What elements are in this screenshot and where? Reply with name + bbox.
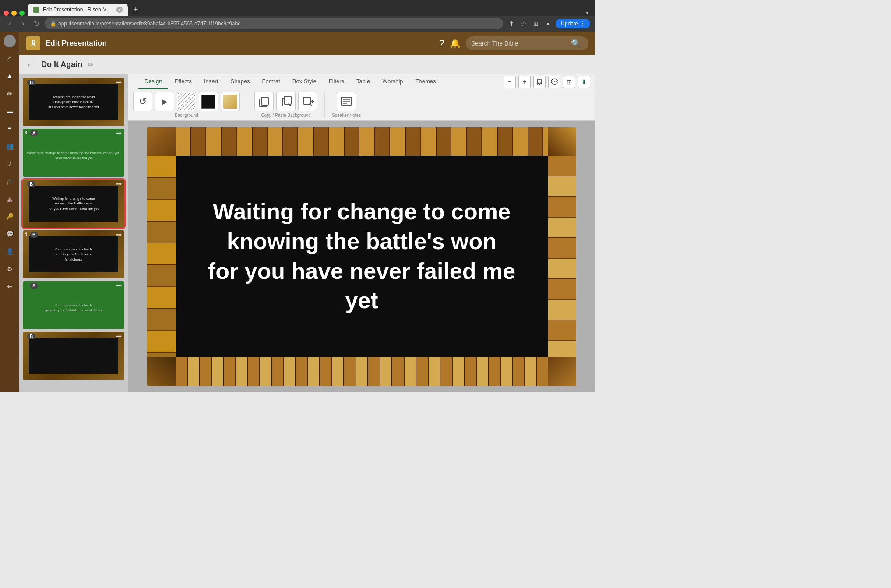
toolbar-right-icons: − + 🖼 💬 ⊞ ⬇	[504, 76, 590, 88]
url-text: app.risenmedia.io/presentations/edit/89a…	[58, 21, 240, 27]
traffic-light-yellow[interactable]	[11, 11, 17, 16]
sidebar-home[interactable]: ⌂	[2, 51, 18, 67]
notification-icon[interactable]: 🔔	[450, 38, 461, 49]
slide-thumbnail-3b[interactable]: B ••• Waiting for change to comeknowing …	[23, 180, 124, 228]
play-icon[interactable]: ▶	[155, 92, 174, 111]
slide-thumbnail-2[interactable]: B ••• Walking around these wallsI though…	[23, 78, 124, 126]
tab-boxstyle[interactable]: Box Style	[286, 74, 323, 89]
back-button[interactable]: ‹	[5, 19, 15, 28]
browser-chrome: Edit Presentation - Risen Medi... ✕ + ▾ …	[0, 0, 595, 32]
slide-4a-badge: A	[30, 283, 38, 289]
background-section: ↺ ▶	[133, 92, 247, 118]
tab-title: Edit Presentation - Risen Medi...	[43, 7, 113, 13]
share-icon[interactable]: ⬆	[507, 19, 516, 28]
refresh-button[interactable]: ↻	[32, 19, 41, 28]
sidebar-key[interactable]: 🔑	[2, 208, 18, 224]
slide-thumbnail-4[interactable]: 4 B ••• Your promise still standsgreat i…	[23, 230, 124, 278]
corner-topright	[548, 127, 576, 156]
tab-effects[interactable]: Effects	[168, 74, 198, 89]
bookmark-icon[interactable]: ☆	[519, 19, 528, 28]
back-arrow[interactable]: ←	[26, 59, 36, 70]
edit-title-icon[interactable]: ✏	[88, 60, 93, 69]
slide-thumbnail-3a[interactable]: 3 A ••• Waiting for change to come knowi…	[23, 129, 124, 177]
tab-filters[interactable]: Filters	[323, 74, 350, 89]
slide-4a-text: Your promise still standsgreat is your f…	[45, 303, 102, 313]
slide-4-badge: B	[30, 232, 38, 238]
svg-rect-21	[176, 127, 548, 156]
corner-bottomleft	[147, 357, 176, 386]
comment-icon[interactable]: 💬	[548, 76, 560, 88]
tab-close-button[interactable]: ✕	[116, 7, 123, 13]
tab-table[interactable]: Table	[350, 74, 376, 89]
plus-icon[interactable]: +	[518, 76, 531, 88]
tab-insert[interactable]: Insert	[198, 74, 225, 89]
sidebar-edit[interactable]: ✏	[2, 86, 18, 102]
sidebar-share[interactable]: ⤴	[2, 156, 18, 172]
svg-rect-3	[261, 97, 268, 105]
slide-thumbnail-4b[interactable]: B •••	[23, 332, 124, 380]
sidebar-layers[interactable]: ≡	[2, 121, 18, 137]
slide-main-text: Waiting for change to comeknowing the ba…	[182, 188, 541, 324]
slide-canvas: Waiting for change to comeknowing the ba…	[128, 121, 595, 392]
image-icon[interactable]: 🖼	[533, 76, 546, 88]
slide-2-black-area: Walking around these wallsI thought by n…	[29, 84, 118, 120]
tab-bar: Edit Presentation - Risen Medi... ✕ + ▾	[0, 0, 595, 16]
bible-search-container: 🔍	[466, 36, 588, 50]
slide-4b-menu[interactable]: •••	[116, 334, 122, 340]
sidebar-exit[interactable]: ⬅	[2, 278, 18, 294]
rotate-icon[interactable]: ↺	[133, 92, 152, 111]
sidebar-church[interactable]: ⛪	[2, 191, 18, 207]
slide-4-text: Your promise still standsgreat is your f…	[55, 247, 93, 262]
sidebar-users[interactable]: 👥	[2, 138, 18, 154]
bible-search-input[interactable]	[471, 40, 567, 47]
paste-bg-icon[interactable]	[276, 92, 296, 111]
speaker-notes-icon[interactable]	[337, 92, 356, 111]
sidebar-mountain[interactable]: ▲	[2, 68, 18, 84]
sidebar-person[interactable]: 👤	[2, 243, 18, 259]
breadcrumb-bar: ← Do It Again ✏	[19, 55, 595, 74]
slide-4-menu[interactable]: •••	[116, 232, 122, 238]
tab-design[interactable]: Design	[138, 74, 168, 89]
speaker-notes-label: Speaker Notes	[332, 113, 361, 118]
main-slide[interactable]: Waiting for change to comeknowing the ba…	[147, 127, 576, 386]
sidebar-icons: ⌂ ▲ ✏ ▬ ≡ 👥 ⤴ 🎓 ⛪ 🔑 💬 👤 ⚙ ⬅	[0, 32, 19, 392]
browser-tab[interactable]: Edit Presentation - Risen Medi... ✕	[28, 4, 128, 16]
user-avatar[interactable]	[4, 35, 16, 47]
traffic-light-green[interactable]	[19, 11, 25, 16]
tab-themes[interactable]: Themes	[409, 74, 442, 89]
grid-icon[interactable]: ⊞	[563, 76, 575, 88]
black-square[interactable]	[199, 92, 218, 111]
sidebar-chat[interactable]: 💬	[2, 226, 18, 242]
slide-thumbnail-4a[interactable]: A ••• Your promise still standsgreat is …	[23, 281, 124, 329]
forward-button[interactable]: ›	[18, 19, 28, 28]
extensions-icon[interactable]: ⊞	[531, 19, 541, 28]
tab-shapes[interactable]: Shapes	[225, 74, 256, 89]
sidebar-display[interactable]: ▬	[2, 103, 18, 119]
tab-format[interactable]: Format	[256, 74, 286, 89]
slide-2-menu[interactable]: •••	[116, 80, 122, 86]
copy-bg-icon[interactable]	[254, 92, 274, 111]
slide-4a-menu[interactable]: •••	[116, 283, 122, 289]
download-icon[interactable]: ⬇	[578, 76, 590, 88]
minus-icon[interactable]: −	[504, 76, 516, 88]
add-bg-icon[interactable]	[298, 92, 317, 111]
toolbar-row: Design Effects Insert Shapes Format Box …	[128, 74, 595, 89]
update-button[interactable]: Update ⋮	[556, 19, 590, 28]
new-tab-button[interactable]: +	[130, 4, 142, 16]
sidebar-settings[interactable]: ⚙	[2, 261, 18, 277]
profile-icon[interactable]: ●	[543, 19, 553, 28]
update-chevron: ⋮	[580, 21, 585, 27]
browser-menu[interactable]: ▾	[586, 10, 588, 16]
address-bar[interactable]: 🔒 app.risenmedia.io/presentations/edit/8…	[45, 18, 503, 29]
slide-3b-badge: B	[27, 181, 35, 187]
slide-3b-menu[interactable]: •••	[116, 181, 122, 187]
gradient-square[interactable]	[221, 92, 240, 111]
sidebar-graduate[interactable]: 🎓	[2, 173, 18, 189]
background-label: Background	[175, 113, 198, 118]
slide-3a-menu[interactable]: •••	[116, 130, 122, 137]
hatch-pattern[interactable]	[177, 92, 196, 111]
bible-search-icon[interactable]: 🔍	[571, 39, 581, 48]
traffic-light-red[interactable]	[4, 11, 9, 16]
help-icon[interactable]: ?	[439, 38, 444, 49]
tab-worship[interactable]: Worship	[376, 74, 409, 89]
